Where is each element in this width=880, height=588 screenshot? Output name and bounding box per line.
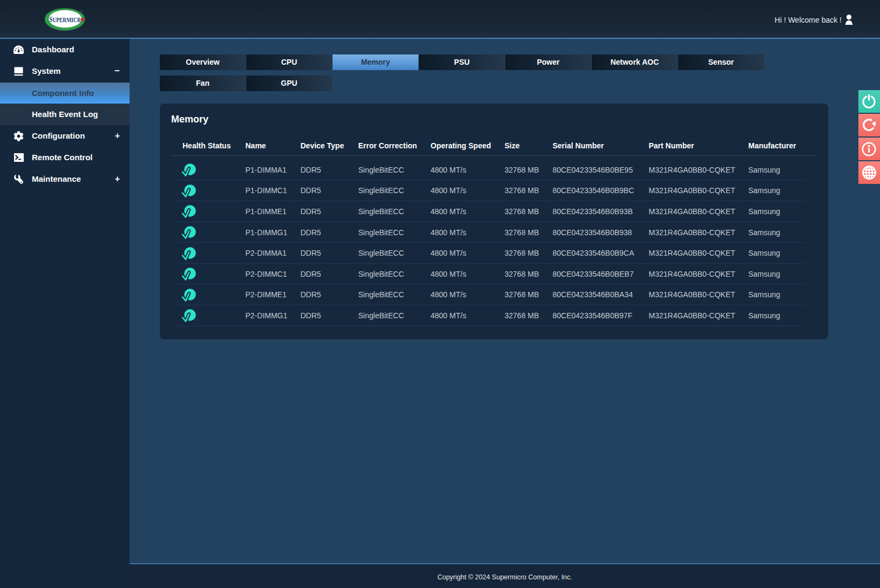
svg-text:SUPERMICR: SUPERMICR (49, 15, 81, 24)
svg-text:®: ® (80, 10, 83, 13)
